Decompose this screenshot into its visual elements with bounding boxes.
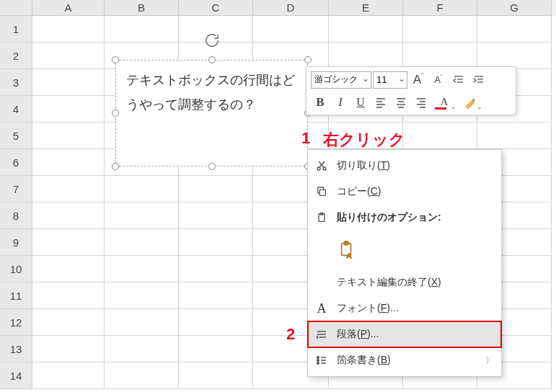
row-header[interactable]: 9: [0, 229, 32, 256]
cell[interactable]: [253, 16, 329, 43]
cell[interactable]: [32, 362, 105, 389]
cell[interactable]: [477, 122, 552, 149]
cell[interactable]: [32, 96, 105, 122]
cell[interactable]: [105, 256, 179, 282]
row-header[interactable]: 5: [0, 122, 32, 149]
cell[interactable]: [403, 16, 477, 43]
cell[interactable]: [105, 309, 179, 336]
row-header[interactable]: 13: [0, 336, 32, 362]
font-name-select[interactable]: 游ゴシック: [311, 71, 371, 89]
row-header[interactable]: 11: [0, 282, 32, 309]
menu-exit-text-edit[interactable]: テキスト編集の終了(X): [308, 270, 501, 295]
cell[interactable]: [32, 336, 105, 362]
cell[interactable]: [105, 229, 179, 256]
shape-textbox[interactable]: テキストボックスの行間はどうやって調整するの？: [115, 60, 308, 166]
cell[interactable]: [179, 309, 253, 336]
cell[interactable]: [32, 202, 105, 229]
row-header[interactable]: 6: [0, 149, 32, 176]
decrease-indent-button[interactable]: [449, 71, 468, 89]
row-header[interactable]: 12: [0, 309, 32, 336]
cell[interactable]: [105, 16, 179, 43]
copy-icon: [314, 186, 330, 197]
font-size-select[interactable]: 11: [373, 71, 407, 89]
textbox-text: テキストボックスの行間はどうやって調整するの？: [126, 73, 295, 112]
decrease-font-button[interactable]: Aˇ: [429, 71, 448, 89]
column-header[interactable]: C: [179, 0, 253, 16]
cell[interactable]: [477, 16, 552, 43]
increase-font-button[interactable]: Aˆ: [409, 71, 428, 89]
cell[interactable]: [32, 256, 105, 282]
row-header[interactable]: 2: [0, 43, 32, 69]
annotation-1-number: 1: [301, 129, 310, 148]
cell[interactable]: [179, 229, 253, 256]
cell[interactable]: [32, 229, 105, 256]
font-color-button[interactable]: A: [432, 93, 456, 112]
cell[interactable]: [32, 176, 105, 202]
cell[interactable]: [32, 69, 105, 96]
row-header[interactable]: 14: [0, 362, 32, 389]
font-color-bar: [435, 107, 446, 110]
cell[interactable]: [32, 122, 105, 149]
column-header[interactable]: D: [253, 0, 329, 16]
cell[interactable]: [329, 43, 403, 69]
align-left-button[interactable]: [371, 93, 390, 112]
cell[interactable]: [32, 16, 105, 43]
resize-handle[interactable]: [112, 110, 119, 117]
row-header[interactable]: 3: [0, 69, 32, 96]
cell[interactable]: [105, 336, 179, 362]
cell[interactable]: [32, 309, 105, 336]
menu-paragraph[interactable]: 2 段落(P)...: [308, 321, 501, 347]
menu-font[interactable]: A フォント(F)...: [308, 295, 501, 321]
svg-point-18: [317, 167, 320, 170]
cell[interactable]: [105, 362, 179, 389]
row-header[interactable]: 1: [0, 16, 32, 43]
row-header[interactable]: 4: [0, 96, 32, 122]
column-header[interactable]: B: [105, 0, 179, 16]
column-header[interactable]: G: [477, 0, 552, 16]
cell[interactable]: [403, 43, 477, 69]
cell[interactable]: [179, 256, 253, 282]
resize-handle[interactable]: [304, 56, 312, 63]
cell[interactable]: [179, 362, 253, 389]
cell[interactable]: [32, 43, 105, 69]
resize-handle[interactable]: [208, 56, 216, 63]
cell[interactable]: [105, 176, 179, 202]
cell[interactable]: [179, 336, 253, 362]
resize-handle[interactable]: [112, 163, 119, 170]
svg-point-31: [317, 357, 319, 359]
shape-style-button[interactable]: [458, 93, 482, 112]
annotation-1-label: 右クリック: [323, 129, 405, 151]
cell[interactable]: [329, 16, 403, 43]
cell[interactable]: [179, 282, 253, 309]
italic-button[interactable]: I: [331, 93, 350, 112]
cell[interactable]: [32, 149, 105, 176]
submenu-arrow-icon: 〉: [485, 355, 494, 367]
cell[interactable]: [32, 282, 105, 309]
menu-cut[interactable]: 切り取り(T): [308, 153, 501, 179]
row-header[interactable]: 10: [0, 256, 32, 282]
rotate-handle-icon[interactable]: [204, 32, 220, 56]
menu-copy[interactable]: コピー(C): [308, 179, 501, 205]
underline-button[interactable]: U: [351, 93, 370, 112]
align-center-button[interactable]: [392, 93, 410, 112]
column-header[interactable]: F: [403, 0, 477, 16]
row-header[interactable]: 8: [0, 202, 32, 229]
menu-bullets[interactable]: 箇条書き(B) 〉: [308, 347, 501, 373]
cell[interactable]: [105, 282, 179, 309]
align-right-button[interactable]: [412, 93, 431, 112]
cell[interactable]: [403, 122, 477, 149]
row-header[interactable]: 7: [0, 176, 32, 202]
cell[interactable]: [477, 43, 552, 69]
menu-label: テキスト編集の終了(X): [337, 276, 494, 289]
increase-indent-button[interactable]: [469, 71, 488, 89]
cell[interactable]: [179, 202, 253, 229]
bold-button[interactable]: B: [311, 93, 330, 112]
cell[interactable]: [105, 202, 179, 229]
column-header[interactable]: E: [329, 0, 403, 16]
column-header[interactable]: A: [32, 0, 105, 16]
resize-handle[interactable]: [112, 56, 119, 63]
cell[interactable]: [179, 176, 253, 202]
resize-handle[interactable]: [208, 163, 216, 170]
select-all-corner[interactable]: [0, 0, 32, 16]
paste-option-keep-source[interactable]: A: [337, 238, 357, 262]
